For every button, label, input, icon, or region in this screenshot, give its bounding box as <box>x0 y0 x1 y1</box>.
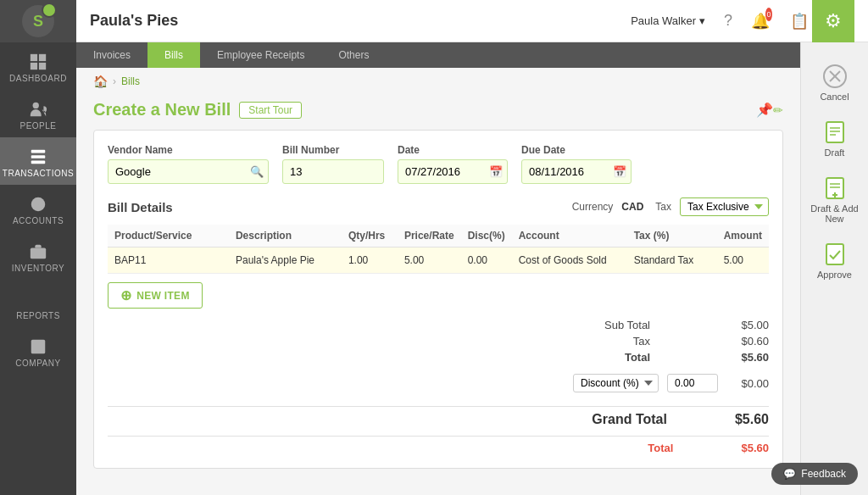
svg-rect-13 <box>31 340 46 354</box>
new-item-button[interactable]: ⊕ NEW ITEM <box>108 282 203 309</box>
discount-row: Discount (%) Discount ($) $0.00 <box>573 374 769 392</box>
billnum-input-wrap <box>282 159 384 184</box>
tax-total-label: Tax <box>548 335 650 348</box>
cancel-icon <box>820 63 850 90</box>
product-input[interactable] <box>114 254 222 266</box>
disc-input[interactable] <box>468 254 502 266</box>
accounts-icon <box>26 195 50 214</box>
tax-label: Tax <box>655 201 671 213</box>
help-button[interactable]: ? <box>715 8 741 34</box>
sidebar-item-label: DASHBOARD <box>9 74 67 83</box>
sidebar-item-label: REPORTS <box>16 311 60 320</box>
inventory-icon <box>26 242 50 261</box>
subnav-item-invoices[interactable]: Invoices <box>76 42 147 68</box>
feedback-button[interactable]: 💬 Feedback <box>771 463 858 485</box>
subnav-item-bills[interactable]: Bills <box>147 42 200 68</box>
new-item-label: NEW ITEM <box>136 290 189 302</box>
messages-button[interactable]: 📋 <box>787 8 812 34</box>
vendor-name-label: Vendor Name <box>108 144 269 156</box>
currency-tax-row: Currency CAD Tax Tax Exclusive Tax Inclu… <box>572 197 769 216</box>
sidebar-item-company[interactable]: COMPANY <box>0 327 76 375</box>
page-title: Create a New Bill <box>93 100 231 120</box>
user-menu[interactable]: Paula Walker ▾ <box>631 14 705 27</box>
subnav-item-employee-receipts[interactable]: Employee Receipts <box>200 42 321 68</box>
bill-form: Vendor Name 🔍 Bill Number <box>93 130 783 469</box>
table-header-row: Product/Service Description Qty/Hrs Pric… <box>108 225 769 248</box>
date-calendar-icon[interactable]: 📅 <box>489 165 503 178</box>
home-icon[interactable]: 🏠 <box>93 75 108 88</box>
start-tour-button[interactable]: Start Tour <box>239 102 302 119</box>
gear-icon: ⚙ <box>825 10 842 32</box>
app-title: Paula's Pies <box>90 12 631 30</box>
vendor-name-input[interactable] <box>108 159 269 184</box>
sidebar-item-label: TRANSACTIONS <box>3 169 74 178</box>
page-header-actions: 📌 ✏ <box>756 102 783 118</box>
duedate-calendar-icon[interactable]: 📅 <box>613 165 626 178</box>
svg-rect-3 <box>39 63 46 70</box>
currency-label: Currency <box>572 201 614 213</box>
due-date-label: Due Date <box>521 144 632 156</box>
sidebar-nav: DASHBOARD PEOPLE TRANSACTIONS ACCOUNTS I… <box>0 42 76 495</box>
pin-icon[interactable]: 📌 <box>756 102 773 118</box>
row-qty <box>342 248 398 274</box>
date-label: Date <box>398 144 508 156</box>
sidebar-item-people[interactable]: PEOPLE <box>0 90 76 137</box>
draft-add-new-button[interactable]: Draft & Add New <box>806 168 864 231</box>
total-label: Total <box>548 351 650 364</box>
qty-input[interactable] <box>348 254 391 266</box>
tax-input[interactable] <box>634 254 710 266</box>
price-input[interactable] <box>404 254 447 266</box>
sidebar-item-transactions[interactable]: TRANSACTIONS <box>0 137 76 185</box>
svg-rect-0 <box>31 54 37 61</box>
edit-icon[interactable]: ✏ <box>773 103 783 117</box>
bill-details-title: Bill Details <box>108 200 173 214</box>
row-price <box>398 248 461 274</box>
sidebar-item-label: COMPANY <box>15 359 60 368</box>
draft-button[interactable]: Draft <box>806 112 864 164</box>
account-input[interactable] <box>519 254 620 266</box>
app-logo[interactable]: S <box>0 0 76 42</box>
sidebar-item-reports[interactable]: REPORTS <box>0 280 76 327</box>
vendor-name-group: Vendor Name 🔍 <box>108 144 269 184</box>
approve-label: Approve <box>817 270 852 280</box>
notifications-button[interactable]: 🔔0 <box>751 8 776 34</box>
tax-select[interactable]: Tax Exclusive Tax Inclusive No Tax <box>680 197 769 216</box>
final-total-row: Total $5.60 <box>108 436 769 454</box>
discount-type-select[interactable]: Discount (%) Discount ($) <box>573 374 659 392</box>
description-input[interactable] <box>236 254 335 266</box>
sidebar-item-inventory[interactable]: INVENTORY <box>0 232 76 280</box>
discount-amount: $0.00 <box>726 377 769 390</box>
breadcrumb: 🏠 › Bills <box>76 68 800 95</box>
col-qty: Qty/Hrs <box>342 225 398 248</box>
col-tax: Tax (%) <box>627 225 717 248</box>
bill-number-group: Bill Number <box>282 144 384 184</box>
col-account: Account <box>512 225 627 248</box>
page-header: Create a New Bill Start Tour 📌 ✏ <box>76 95 800 130</box>
tax-row: Tax $0.60 <box>108 335 769 348</box>
col-price: Price/Rate <box>398 225 461 248</box>
final-total-label: Total <box>648 442 673 454</box>
date-input-wrap: 📅 <box>398 159 508 184</box>
tax-total-value: $0.60 <box>718 335 769 348</box>
breadcrumb-bills[interactable]: Bills <box>121 75 140 87</box>
sidebar-item-label: INVENTORY <box>12 264 64 273</box>
vendor-search-icon: 🔍 <box>250 165 264 178</box>
svg-rect-5 <box>31 150 46 153</box>
row-tax <box>627 248 717 274</box>
sidebar-item-accounts[interactable]: ACCOUNTS <box>0 185 76 232</box>
approve-button[interactable]: Approve <box>806 234 864 286</box>
svg-rect-26 <box>826 244 843 264</box>
bill-number-input[interactable] <box>282 159 384 184</box>
logo-icon: S <box>22 5 54 37</box>
top-header: Paula's Pies Paula Walker ▾ ? 🔔0 📋 ⚙ <box>76 0 868 42</box>
breadcrumb-separator: › <box>113 75 116 87</box>
discount-value-input[interactable] <box>667 374 718 392</box>
page-content: 🏠 › Bills Create a New Bill Start Tour 📌… <box>76 68 800 495</box>
subnav-item-others[interactable]: Others <box>321 42 386 68</box>
cancel-button[interactable]: Cancel <box>806 56 864 108</box>
plus-icon: ⊕ <box>120 287 131 303</box>
settings-button[interactable]: ⚙ <box>812 0 854 42</box>
sidebar-item-dashboard[interactable]: DASHBOARD <box>0 42 76 90</box>
col-product: Product/Service <box>108 225 229 248</box>
due-date-group: Due Date 📅 <box>521 144 632 184</box>
